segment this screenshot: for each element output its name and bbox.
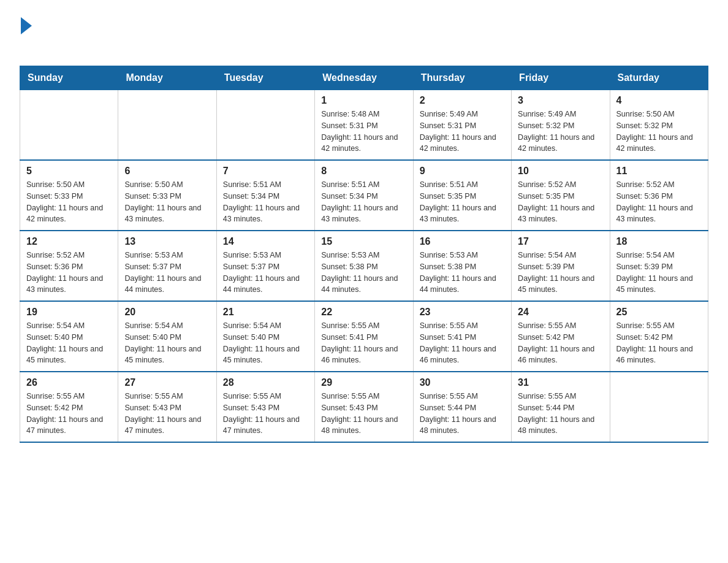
calendar-cell: [20, 90, 118, 161]
calendar-table: SundayMondayTuesdayWednesdayThursdayFrid…: [20, 66, 708, 443]
day-number: 21: [223, 307, 308, 318]
weekday-header-tuesday: Tuesday: [216, 66, 314, 90]
calendar-cell: 12Sunrise: 5:52 AMSunset: 5:36 PMDayligh…: [20, 231, 118, 301]
calendar-week-3: 19Sunrise: 5:54 AMSunset: 5:40 PMDayligh…: [20, 301, 708, 372]
weekday-header-saturday: Saturday: [610, 66, 708, 90]
day-number: 1: [321, 95, 406, 106]
weekday-header-monday: Monday: [118, 66, 216, 90]
day-number: 28: [223, 377, 308, 388]
calendar-cell: 25Sunrise: 5:55 AMSunset: 5:42 PMDayligh…: [610, 301, 708, 372]
day-number: 9: [420, 166, 505, 177]
logo: [20, 15, 32, 53]
day-info: Sunrise: 5:48 AMSunset: 5:31 PMDaylight:…: [321, 109, 406, 155]
day-number: 13: [124, 236, 210, 247]
day-number: 6: [124, 166, 210, 177]
day-info: Sunrise: 5:54 AMSunset: 5:39 PMDaylight:…: [518, 250, 603, 296]
calendar-cell: 16Sunrise: 5:53 AMSunset: 5:38 PMDayligh…: [413, 231, 511, 301]
day-info: Sunrise: 5:51 AMSunset: 5:34 PMDaylight:…: [223, 179, 308, 225]
day-number: 24: [518, 307, 603, 318]
calendar-header: SundayMondayTuesdayWednesdayThursdayFrid…: [20, 66, 708, 90]
day-number: 15: [321, 236, 406, 247]
day-number: 5: [26, 166, 112, 177]
calendar-cell: 24Sunrise: 5:55 AMSunset: 5:42 PMDayligh…: [512, 301, 610, 372]
day-number: 11: [616, 166, 702, 177]
calendar-cell: 4Sunrise: 5:50 AMSunset: 5:32 PMDaylight…: [610, 90, 708, 161]
day-number: 20: [124, 307, 210, 318]
day-number: 29: [321, 377, 406, 388]
day-info: Sunrise: 5:53 AMSunset: 5:37 PMDaylight:…: [223, 250, 308, 296]
calendar-week-0: 1Sunrise: 5:48 AMSunset: 5:31 PMDaylight…: [20, 90, 708, 161]
calendar-cell: 20Sunrise: 5:54 AMSunset: 5:40 PMDayligh…: [118, 301, 216, 372]
day-info: Sunrise: 5:53 AMSunset: 5:38 PMDaylight:…: [420, 250, 505, 296]
calendar-cell: 10Sunrise: 5:52 AMSunset: 5:35 PMDayligh…: [512, 160, 610, 231]
day-number: 30: [420, 377, 505, 388]
day-info: Sunrise: 5:54 AMSunset: 5:39 PMDaylight:…: [616, 250, 702, 296]
day-info: Sunrise: 5:52 AMSunset: 5:35 PMDaylight:…: [518, 179, 603, 225]
day-number: 8: [321, 166, 406, 177]
day-number: 27: [124, 377, 210, 388]
day-info: Sunrise: 5:55 AMSunset: 5:44 PMDaylight:…: [420, 391, 505, 437]
day-info: Sunrise: 5:50 AMSunset: 5:33 PMDaylight:…: [124, 179, 210, 225]
weekday-header-sunday: Sunday: [20, 66, 118, 90]
day-info: Sunrise: 5:52 AMSunset: 5:36 PMDaylight:…: [26, 250, 112, 296]
day-info: Sunrise: 5:55 AMSunset: 5:42 PMDaylight:…: [26, 391, 112, 437]
day-number: 4: [616, 95, 702, 106]
day-info: Sunrise: 5:55 AMSunset: 5:43 PMDaylight:…: [223, 391, 308, 437]
day-info: Sunrise: 5:51 AMSunset: 5:35 PMDaylight:…: [420, 179, 505, 225]
day-number: 2: [420, 95, 505, 106]
calendar-cell: [118, 90, 216, 161]
day-info: Sunrise: 5:54 AMSunset: 5:40 PMDaylight:…: [26, 320, 112, 366]
calendar-cell: 3Sunrise: 5:49 AMSunset: 5:32 PMDaylight…: [512, 90, 610, 161]
day-number: 23: [420, 307, 505, 318]
day-number: 31: [518, 377, 603, 388]
calendar-cell: 28Sunrise: 5:55 AMSunset: 5:43 PMDayligh…: [216, 372, 314, 442]
calendar-cell: 9Sunrise: 5:51 AMSunset: 5:35 PMDaylight…: [413, 160, 511, 231]
calendar-cell: 18Sunrise: 5:54 AMSunset: 5:39 PMDayligh…: [610, 231, 708, 301]
day-info: Sunrise: 5:51 AMSunset: 5:34 PMDaylight:…: [321, 179, 406, 225]
calendar-cell: 2Sunrise: 5:49 AMSunset: 5:31 PMDaylight…: [413, 90, 511, 161]
calendar-week-1: 5Sunrise: 5:50 AMSunset: 5:33 PMDaylight…: [20, 160, 708, 231]
day-number: 3: [518, 95, 603, 106]
calendar-body: 1Sunrise: 5:48 AMSunset: 5:31 PMDaylight…: [20, 90, 708, 443]
day-number: 14: [223, 236, 308, 247]
day-info: Sunrise: 5:52 AMSunset: 5:36 PMDaylight:…: [616, 179, 702, 225]
day-number: 12: [26, 236, 112, 247]
calendar-cell: 27Sunrise: 5:55 AMSunset: 5:43 PMDayligh…: [118, 372, 216, 442]
weekday-header-thursday: Thursday: [413, 66, 511, 90]
day-number: 10: [518, 166, 603, 177]
calendar-cell: 21Sunrise: 5:54 AMSunset: 5:40 PMDayligh…: [216, 301, 314, 372]
weekday-header-friday: Friday: [512, 66, 610, 90]
calendar-cell: 22Sunrise: 5:55 AMSunset: 5:41 PMDayligh…: [315, 301, 413, 372]
calendar-cell: 14Sunrise: 5:53 AMSunset: 5:37 PMDayligh…: [216, 231, 314, 301]
calendar-cell: 19Sunrise: 5:54 AMSunset: 5:40 PMDayligh…: [20, 301, 118, 372]
calendar-cell: 29Sunrise: 5:55 AMSunset: 5:43 PMDayligh…: [315, 372, 413, 442]
day-info: Sunrise: 5:49 AMSunset: 5:32 PMDaylight:…: [518, 109, 603, 155]
calendar-cell: 13Sunrise: 5:53 AMSunset: 5:37 PMDayligh…: [118, 231, 216, 301]
day-info: Sunrise: 5:54 AMSunset: 5:40 PMDaylight:…: [124, 320, 210, 366]
day-info: Sunrise: 5:53 AMSunset: 5:37 PMDaylight:…: [124, 250, 210, 296]
day-info: Sunrise: 5:55 AMSunset: 5:41 PMDaylight:…: [420, 320, 505, 366]
day-info: Sunrise: 5:55 AMSunset: 5:43 PMDaylight:…: [321, 391, 406, 437]
calendar-cell: [216, 90, 314, 161]
day-info: Sunrise: 5:55 AMSunset: 5:43 PMDaylight:…: [124, 391, 210, 437]
calendar-cell: 11Sunrise: 5:52 AMSunset: 5:36 PMDayligh…: [610, 160, 708, 231]
day-info: Sunrise: 5:50 AMSunset: 5:33 PMDaylight:…: [26, 179, 112, 225]
day-number: 22: [321, 307, 406, 318]
calendar-cell: 7Sunrise: 5:51 AMSunset: 5:34 PMDaylight…: [216, 160, 314, 231]
day-info: Sunrise: 5:49 AMSunset: 5:31 PMDaylight:…: [420, 109, 505, 155]
calendar-cell: 8Sunrise: 5:51 AMSunset: 5:34 PMDaylight…: [315, 160, 413, 231]
calendar-cell: 6Sunrise: 5:50 AMSunset: 5:33 PMDaylight…: [118, 160, 216, 231]
day-info: Sunrise: 5:55 AMSunset: 5:41 PMDaylight:…: [321, 320, 406, 366]
day-number: 25: [616, 307, 702, 318]
day-number: 19: [26, 307, 112, 318]
calendar-cell: 17Sunrise: 5:54 AMSunset: 5:39 PMDayligh…: [512, 231, 610, 301]
day-info: Sunrise: 5:53 AMSunset: 5:38 PMDaylight:…: [321, 250, 406, 296]
day-info: Sunrise: 5:50 AMSunset: 5:32 PMDaylight:…: [616, 109, 702, 155]
day-info: Sunrise: 5:55 AMSunset: 5:42 PMDaylight:…: [518, 320, 603, 366]
page-header: [20, 15, 708, 53]
calendar-cell: 23Sunrise: 5:55 AMSunset: 5:41 PMDayligh…: [413, 301, 511, 372]
calendar-cell: 15Sunrise: 5:53 AMSunset: 5:38 PMDayligh…: [315, 231, 413, 301]
calendar-cell: 30Sunrise: 5:55 AMSunset: 5:44 PMDayligh…: [413, 372, 511, 442]
day-info: Sunrise: 5:54 AMSunset: 5:40 PMDaylight:…: [223, 320, 308, 366]
day-number: 16: [420, 236, 505, 247]
